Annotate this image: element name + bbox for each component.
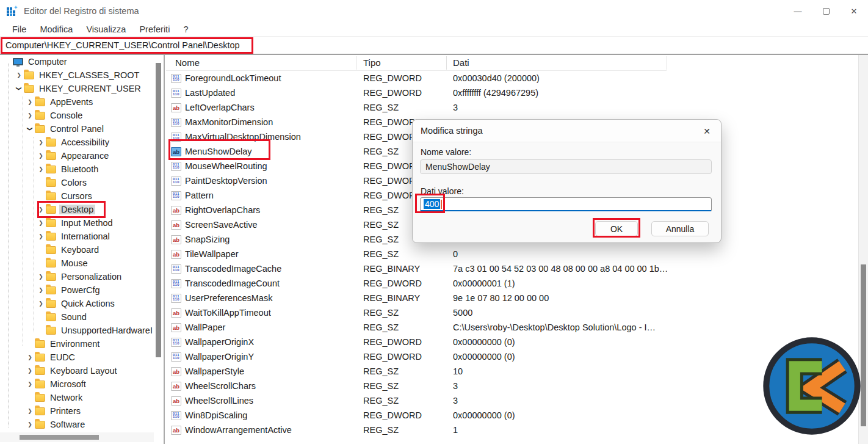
ab-glyph: ab xyxy=(173,252,179,257)
list-row-wheelscrollchars[interactable]: abWheelScrollCharsREG_SZ3 xyxy=(166,379,858,393)
list-header: Nome Tipo Dati xyxy=(166,55,858,71)
cancel-button[interactable]: Annulla xyxy=(651,221,709,236)
tree-item-keyboard-layout[interactable]: ❯Keyboard Layout xyxy=(0,364,154,377)
list-row-leftoverlapchars[interactable]: abLeftOverlapCharsREG_SZ3 xyxy=(166,100,858,115)
tree-item-network[interactable]: Network xyxy=(0,391,154,404)
expander-collapsed-icon[interactable]: ❯ xyxy=(26,381,34,387)
tree-item-label: Accessibility xyxy=(59,137,111,147)
expander-collapsed-icon[interactable]: ❯ xyxy=(37,233,45,239)
list-row-foregroundlocktimeout[interactable]: 011110ForegroundLockTimeoutREG_DWORD0x00… xyxy=(166,71,858,86)
address-bar[interactable]: Computer\HKEY_CURRENT_USER\Control Panel… xyxy=(0,36,868,54)
list-row-tilewallpaper[interactable]: abTileWallpaperREG_SZ0 xyxy=(166,247,858,261)
value-name: LastUpdated xyxy=(185,88,235,98)
menu-item-modifica[interactable]: Modifica xyxy=(33,24,79,34)
menu-item-visualizza[interactable]: Visualizza xyxy=(79,24,132,34)
minimize-button[interactable]: — xyxy=(784,0,812,22)
panel-divider[interactable] xyxy=(164,55,165,444)
list-row-waittokillapptimeout[interactable]: abWaitToKillAppTimeoutREG_SZ5000 xyxy=(166,305,858,320)
list-row-windowarrangementactive[interactable]: abWindowArrangementActiveREG_SZ1 xyxy=(166,423,858,437)
expander-collapsed-icon[interactable]: ❯ xyxy=(26,112,34,118)
tree-item-software[interactable]: ❯Software xyxy=(0,418,154,431)
tree-item-eudc[interactable]: ❯EUDC xyxy=(0,351,154,364)
menu-item-file[interactable]: File xyxy=(5,24,33,34)
expander-collapsed-icon[interactable]: ❯ xyxy=(15,72,23,78)
binary-glyph: 110 xyxy=(173,195,179,199)
expander-collapsed-icon[interactable]: ❯ xyxy=(26,408,34,414)
tree-item-microsoft[interactable]: ❯Microsoft xyxy=(0,377,154,391)
expander-collapsed-icon[interactable]: ❯ xyxy=(26,421,34,428)
value-type: REG_SZ xyxy=(363,249,453,259)
expander-collapsed-icon[interactable]: ❯ xyxy=(37,287,45,293)
list-row-wallpaperoriginy[interactable]: 011110WallpaperOriginYREG_DWORD0x0000000… xyxy=(166,349,858,364)
registry-editor-app-icon xyxy=(7,5,18,16)
tree-item-printers[interactable]: ❯Printers xyxy=(0,404,154,418)
close-button[interactable]: ✕ xyxy=(840,0,868,22)
computer-icon xyxy=(13,58,23,65)
expander-collapsed-icon[interactable]: ❯ xyxy=(26,99,34,105)
list-row-win8dpiscaling[interactable]: 011110Win8DpiScalingREG_DWORD0x00000000 … xyxy=(166,408,858,423)
list-row-wallpaperstyle[interactable]: abWallpaperStyleREG_SZ10 xyxy=(166,364,858,379)
list-row-transcodedimagecount[interactable]: 011110TranscodedImageCountREG_DWORD0x000… xyxy=(166,276,858,291)
expander-expanded-icon[interactable]: ❯ xyxy=(16,84,22,93)
ab-glyph: ab xyxy=(173,369,179,374)
column-separator[interactable] xyxy=(356,56,356,70)
expander-collapsed-icon[interactable]: ❯ xyxy=(37,153,45,159)
list-row-wheelscrolllines[interactable]: abWheelScrollLinesREG_SZ3 xyxy=(166,393,858,408)
list-row-lastupdated[interactable]: 011110LastUpdatedREG_DWORD0xffffffff (42… xyxy=(166,86,858,100)
folder-icon xyxy=(46,246,56,254)
folder-icon xyxy=(35,112,45,120)
binary-glyph: 110 xyxy=(173,93,179,96)
ab-glyph: ab xyxy=(173,222,179,228)
value-name-text: MenuShowDelay xyxy=(425,162,490,172)
column-separator[interactable] xyxy=(667,56,667,70)
folder-icon xyxy=(46,152,56,160)
column-header-data[interactable]: Dati xyxy=(453,57,469,68)
list-row-wallpaperoriginx[interactable]: 011110WallpaperOriginXREG_DWORD0x0000000… xyxy=(166,335,858,349)
value-list-panel: Nome Tipo Dati 011110ForegroundLockTimeo… xyxy=(166,55,858,444)
menu-item-preferiti[interactable]: Preferiti xyxy=(132,24,176,34)
ok-button[interactable]: OK xyxy=(595,221,638,236)
expander-expanded-icon[interactable]: ❯ xyxy=(27,125,33,133)
ab-glyph: ab xyxy=(173,105,179,111)
tree-horizontal-scrollbar-thumb[interactable] xyxy=(20,435,99,440)
value-data-field[interactable]: 400 xyxy=(420,197,712,211)
value-type: REG_DWORD xyxy=(363,410,453,420)
tree-vertical-scrollbar[interactable] xyxy=(156,63,161,357)
column-separator[interactable] xyxy=(446,56,447,70)
value-name-field[interactable]: MenuShowDelay xyxy=(420,159,712,174)
list-row-transcodedimagecache[interactable]: 011110TranscodedImageCacheREG_BINARY7a c… xyxy=(166,261,858,276)
expander-collapsed-icon[interactable]: ❯ xyxy=(37,139,45,145)
maximize-button[interactable] xyxy=(812,0,840,22)
expander-collapsed-icon[interactable]: ❯ xyxy=(37,300,45,307)
tree-item-hkey-current-user[interactable]: ❯HKEY_CURRENT_USER xyxy=(0,82,154,95)
column-header-name[interactable]: Nome xyxy=(175,57,200,68)
menu-item-[interactable]: ? xyxy=(176,24,195,34)
expander-collapsed-icon[interactable]: ❯ xyxy=(37,206,45,213)
expander-collapsed-icon[interactable]: ❯ xyxy=(37,166,45,172)
list-row-userpreferencesmask[interactable]: 011110UserPreferencesMaskREG_BINARY9e 1e… xyxy=(166,291,858,305)
tree-item-label: PowerCfg xyxy=(59,285,102,295)
folder-icon xyxy=(24,71,34,79)
string-value-icon: ab xyxy=(171,103,181,112)
expander-collapsed-icon[interactable]: ❯ xyxy=(26,354,34,360)
dialog-close-button[interactable]: ✕ xyxy=(698,123,716,139)
folder-icon xyxy=(46,166,56,173)
tree-item-label: EUDC xyxy=(48,352,77,362)
expander-collapsed-icon[interactable]: ❯ xyxy=(26,368,34,374)
folder-icon xyxy=(35,340,45,348)
list-row-wallpaper[interactable]: abWallPaperREG_SZC:\Users\roby-\Desktop\… xyxy=(166,320,858,335)
selected-text: 400 xyxy=(424,199,440,209)
folder-icon xyxy=(35,125,45,133)
close-icon: ✕ xyxy=(703,126,711,136)
expander-collapsed-icon[interactable]: ❯ xyxy=(37,220,45,226)
tree-item-label: HKEY_CLASSES_ROOT xyxy=(37,70,141,80)
tree-item-hkey-classes-root[interactable]: ❯HKEY_CLASSES_ROOT xyxy=(0,68,154,82)
tree-item-computer[interactable]: Computer xyxy=(0,55,154,68)
binary-glyph: 110 xyxy=(173,342,179,346)
expander-collapsed-icon[interactable]: ❯ xyxy=(37,274,45,280)
column-header-type[interactable]: Tipo xyxy=(363,57,381,68)
value-name: WindowArrangementActive xyxy=(185,425,292,435)
window-title: Editor del Registro di sistema xyxy=(24,6,139,16)
address-path: Computer\HKEY_CURRENT_USER\Control Panel… xyxy=(5,40,240,50)
tree-item-label: Control Panel xyxy=(48,124,106,134)
